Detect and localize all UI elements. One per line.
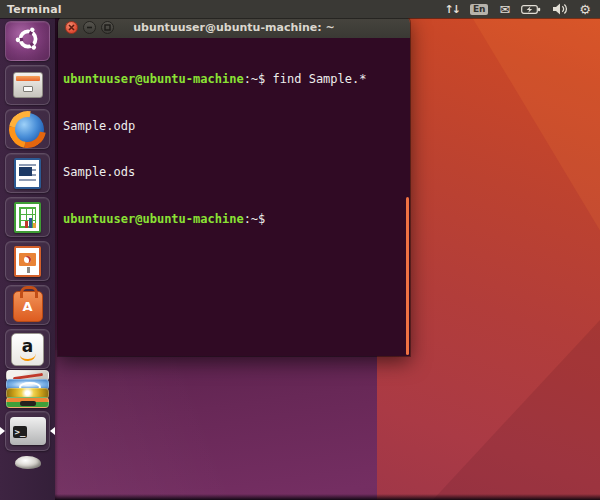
output-text: Sample.ods bbox=[63, 165, 135, 179]
software-bag-letter: A bbox=[22, 299, 32, 314]
active-app-menu-title[interactable]: Terminal bbox=[0, 3, 62, 16]
launcher-item-libreoffice-impress[interactable] bbox=[5, 241, 50, 281]
launcher-item-terminal[interactable]: >_ bbox=[5, 411, 50, 451]
unity-launcher: A a >_ bbox=[0, 18, 55, 500]
prompt-text: ubuntuuser@ubuntu-machine bbox=[63, 212, 244, 226]
libreoffice-writer-icon bbox=[14, 158, 41, 189]
terminal-titlebar[interactable]: ubuntuuser@ubuntu-machine: ~ bbox=[58, 16, 410, 39]
top-panel: Terminal ↑↓ En ✉ ⚙ bbox=[0, 0, 600, 18]
prompt-text: ubuntuuser@ubuntu-machine bbox=[63, 72, 244, 86]
prompt-suffix: :~$ bbox=[244, 72, 266, 86]
terminal-line: ubuntuuser@ubuntu-machine:~$ bbox=[63, 212, 405, 228]
terminal-window: ubuntuuser@ubuntu-machine: ~ ubuntuuser@… bbox=[58, 16, 410, 356]
launcher-item-files[interactable] bbox=[5, 65, 50, 105]
ubuntu-logo-icon bbox=[15, 26, 41, 56]
terminal-line: ubuntuuser@ubuntu-machine:~$ find Sample… bbox=[63, 72, 405, 88]
command-text: find Sample.* bbox=[265, 72, 366, 86]
wallpaper-facet bbox=[0, 350, 380, 500]
session-menu-gear-icon[interactable]: ⚙ bbox=[579, 3, 591, 16]
launcher-item-libreoffice-calc[interactable] bbox=[5, 197, 50, 237]
messaging-menu-icon[interactable]: ✉ bbox=[499, 3, 510, 16]
launcher-item-amazon[interactable]: a bbox=[5, 329, 50, 369]
launcher-item-folded-app-4[interactable] bbox=[6, 397, 49, 408]
terminal-output-area[interactable]: ubuntuuser@ubuntu-machine:~$ find Sample… bbox=[58, 38, 410, 356]
terminal-line: Sample.ods bbox=[63, 165, 405, 181]
terminal-screen-glyph: >_ bbox=[13, 426, 28, 438]
sound-indicator-icon[interactable] bbox=[552, 3, 568, 15]
close-button[interactable] bbox=[65, 21, 78, 34]
terminal-line: Sample.odp bbox=[63, 119, 405, 135]
launcher-item-trash[interactable] bbox=[15, 456, 41, 469]
files-drawer-icon bbox=[13, 72, 43, 98]
output-text: Sample.odp bbox=[63, 119, 135, 133]
launcher-item-firefox[interactable] bbox=[5, 109, 50, 149]
launcher-item-ubuntu-software[interactable]: A bbox=[5, 285, 50, 325]
overlay-scrollbar-thumb[interactable] bbox=[406, 197, 409, 355]
amazon-smile-arrow bbox=[19, 352, 36, 361]
amazon-icon: a bbox=[11, 333, 44, 366]
launcher-item-dash-home[interactable] bbox=[5, 21, 50, 61]
launcher-item-libreoffice-writer[interactable] bbox=[5, 153, 50, 193]
battery-indicator-icon[interactable] bbox=[521, 4, 541, 15]
minimize-button[interactable] bbox=[83, 21, 96, 34]
terminal-monitor-icon: >_ bbox=[10, 417, 46, 445]
libreoffice-impress-icon bbox=[14, 246, 41, 277]
indicator-tray: ↑↓ En ✉ ⚙ bbox=[444, 3, 600, 16]
maximize-button[interactable] bbox=[101, 21, 114, 34]
network-indicator-icon[interactable]: ↑↓ bbox=[444, 4, 458, 15]
libreoffice-calc-icon bbox=[14, 202, 41, 233]
firefox-icon bbox=[11, 113, 44, 146]
prompt-suffix: :~$ bbox=[244, 212, 266, 226]
launcher-folded-stack bbox=[6, 372, 49, 408]
bottom-vignette bbox=[0, 494, 600, 500]
keyboard-layout-indicator[interactable]: En bbox=[470, 4, 489, 15]
window-controls bbox=[58, 16, 114, 38]
software-bag-icon: A bbox=[13, 291, 43, 322]
